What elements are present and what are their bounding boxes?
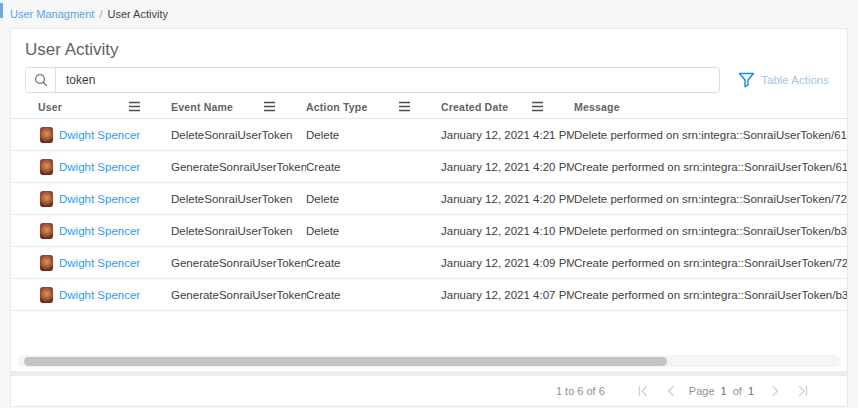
table-row[interactable]: Dwight Spencer GenerateSonraiUserToken C…	[11, 247, 847, 279]
search-input[interactable]	[56, 68, 719, 92]
breadcrumb: User Managment / User Activity	[10, 0, 848, 28]
event-name-cell: GenerateSonraiUserToken	[171, 289, 306, 301]
user-activity-card: User Activity Table Actions	[10, 28, 848, 407]
event-name-cell: DeleteSonraiUserToken	[171, 193, 306, 205]
user-link[interactable]: Dwight Spencer	[59, 193, 140, 205]
table-empty-space	[11, 311, 847, 355]
table-row[interactable]: Dwight Spencer DeleteSonraiUserToken Del…	[11, 183, 847, 215]
column-menu-icon[interactable]	[263, 101, 276, 112]
page-label: Page	[689, 385, 715, 397]
search-box[interactable]	[25, 67, 720, 93]
user-cell: Dwight Spencer	[38, 223, 171, 239]
event-name-cell: DeleteSonraiUserToken	[171, 129, 306, 141]
user-avatar	[40, 191, 53, 207]
user-link[interactable]: Dwight Spencer	[59, 289, 140, 301]
message-cell: Create performed on srn:integra::SonraiU…	[574, 289, 847, 301]
table-row[interactable]: Dwight Spencer GenerateSonraiUserToken C…	[11, 279, 847, 311]
event-name-cell: GenerateSonraiUserToken	[171, 257, 306, 269]
action-type-cell: Create	[306, 161, 441, 173]
action-type-cell: Delete	[306, 225, 441, 237]
message-cell: Delete performed on srn:integra::SonraiU…	[574, 225, 847, 237]
user-link[interactable]: Dwight Spencer	[59, 225, 140, 237]
of-label: of	[733, 385, 742, 397]
total-pages-number: 1	[748, 385, 754, 397]
column-header-message[interactable]: Message	[574, 101, 847, 113]
table-row[interactable]: Dwight Spencer DeleteSonraiUserToken Del…	[11, 215, 847, 247]
created-date-cell: January 12, 2021 4:20 PM	[441, 161, 574, 173]
user-cell: Dwight Spencer	[38, 255, 171, 271]
column-menu-icon[interactable]	[398, 101, 411, 112]
column-header-created-date[interactable]: Created Date	[441, 101, 574, 113]
action-type-cell: Delete	[306, 129, 441, 141]
user-avatar	[40, 255, 53, 271]
table-body: Dwight Spencer DeleteSonraiUserToken Del…	[11, 119, 847, 311]
message-cell: Delete performed on srn:integra::SonraiU…	[574, 193, 847, 205]
search-icon	[26, 68, 56, 92]
page: User Managment / User Activity User Acti…	[0, 0, 858, 407]
user-cell: Dwight Spencer	[38, 159, 171, 175]
message-cell: Create performed on srn:integra::SonraiU…	[574, 257, 847, 269]
last-page-button[interactable]	[793, 381, 813, 401]
breadcrumb-current: User Activity	[107, 8, 168, 20]
horizontal-scrollbar[interactable]	[17, 355, 841, 367]
toolbar: Table Actions	[25, 67, 833, 93]
table-row[interactable]: Dwight Spencer DeleteSonraiUserToken Del…	[11, 119, 847, 151]
created-date-cell: January 12, 2021 4:07 PM	[441, 289, 574, 301]
created-date-cell: January 12, 2021 4:09 PM	[441, 257, 574, 269]
event-name-cell: DeleteSonraiUserToken	[171, 225, 306, 237]
filter-icon	[738, 72, 755, 88]
page-title: User Activity	[25, 39, 833, 61]
current-page-number: 1	[721, 385, 727, 397]
column-header-user[interactable]: User	[38, 101, 171, 113]
message-cell: Create performed on srn:integra::SonraiU…	[574, 161, 847, 173]
action-type-cell: Create	[306, 289, 441, 301]
user-avatar	[40, 223, 53, 239]
first-page-button[interactable]	[633, 381, 653, 401]
column-header-action-type[interactable]: Action Type	[306, 101, 441, 113]
column-header-event-name[interactable]: Event Name	[171, 101, 306, 113]
table-actions-label: Table Actions	[761, 74, 829, 86]
column-menu-icon[interactable]	[128, 101, 141, 112]
column-menu-icon[interactable]	[531, 101, 544, 112]
created-date-cell: January 12, 2021 4:20 PM	[441, 193, 574, 205]
user-cell: Dwight Spencer	[38, 127, 171, 143]
next-page-button[interactable]	[765, 381, 785, 401]
nav-accent-bar	[0, 3, 3, 18]
user-link[interactable]: Dwight Spencer	[59, 257, 140, 269]
user-cell: Dwight Spencer	[38, 191, 171, 207]
created-date-cell: January 12, 2021 4:21 PM	[441, 129, 574, 141]
user-avatar	[40, 159, 53, 175]
breadcrumb-separator: /	[99, 8, 102, 20]
user-cell: Dwight Spencer	[38, 287, 171, 303]
event-name-cell: GenerateSonraiUserToken	[171, 161, 306, 173]
pagination-footer: 1 to 6 of 6 Page 1 of 1	[11, 376, 847, 406]
user-avatar	[40, 127, 53, 143]
created-date-cell: January 12, 2021 4:10 PM	[441, 225, 574, 237]
table-actions-button[interactable]: Table Actions	[734, 72, 833, 88]
table-header-row: User Event Name Action Type Created Date…	[11, 95, 847, 119]
user-link[interactable]: Dwight Spencer	[59, 129, 140, 141]
table-row[interactable]: Dwight Spencer GenerateSonraiUserToken C…	[11, 151, 847, 183]
action-type-cell: Create	[306, 257, 441, 269]
user-link[interactable]: Dwight Spencer	[59, 161, 140, 173]
breadcrumb-link-user-management[interactable]: User Managment	[10, 8, 94, 20]
previous-page-button[interactable]	[661, 381, 681, 401]
horizontal-scrollbar-thumb[interactable]	[24, 357, 667, 366]
message-cell: Delete performed on srn:integra::SonraiU…	[574, 129, 847, 141]
user-avatar	[40, 287, 53, 303]
row-range-text: 1 to 6 of 6	[556, 385, 605, 397]
action-type-cell: Delete	[306, 193, 441, 205]
